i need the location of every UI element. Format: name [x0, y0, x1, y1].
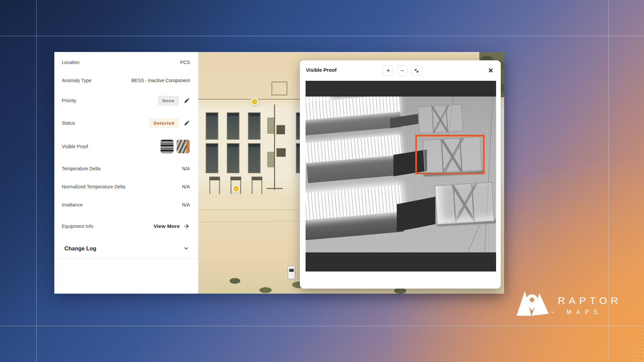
map-structure [227, 85, 244, 100]
map-equipment-box [267, 152, 274, 167]
bess-container [306, 97, 401, 136]
anomaly-bounding-box [415, 135, 485, 174]
anomaly-type-value: BESS - Inactive Component [131, 78, 190, 83]
pcs-block [227, 112, 239, 140]
zoom-out-button[interactable]: − [397, 65, 408, 76]
location-label: Location [62, 60, 79, 65]
priority-label: Priority [62, 98, 76, 103]
status-badge: Detected [149, 118, 179, 128]
temperature-delta-row: Temperature Delta N/A [62, 164, 190, 173]
location-value: PCS [180, 60, 190, 65]
background: Location PCS Anomaly Type BESS - Inactiv… [0, 0, 644, 362]
visible-proof-modal: Visible Proof + − [300, 60, 501, 289]
map-pole [274, 105, 275, 190]
anomaly-marker[interactable] [232, 185, 240, 193]
panel-divider [57, 258, 198, 258]
close-modal-button[interactable]: ✕ [487, 66, 495, 74]
view-more-button[interactable]: View More [154, 223, 190, 230]
edit-priority-button[interactable] [184, 98, 190, 104]
minus-icon: − [400, 67, 404, 74]
status-label: Status [62, 120, 75, 126]
pcs-block [206, 112, 218, 140]
map-structure [248, 85, 265, 100]
zoom-in-button[interactable]: + [383, 65, 393, 76]
temperature-delta-value: N/A [182, 166, 190, 171]
grid-line-vertical-left [36, 0, 37, 362]
irradiance-label: Irradiance [62, 202, 83, 207]
fit-view-button[interactable] [411, 65, 422, 76]
irradiance-row: Irradiance N/A [62, 200, 190, 209]
pcs-block [206, 143, 218, 173]
irradiance-value: N/A [182, 202, 190, 207]
visible-proof-label: Visible Proof [62, 144, 88, 149]
map-structure [205, 85, 222, 100]
status-row: Status Detected [62, 117, 190, 129]
dot-pattern-decoration [597, 325, 644, 362]
raptor-maps-logo-text: RAPTOR MAPS [558, 295, 622, 316]
priority-badge: None [158, 96, 179, 106]
edit-status-button[interactable] [184, 120, 190, 126]
close-icon: ✕ [488, 67, 493, 74]
change-log-label: Change Log [64, 245, 96, 252]
pcs-block-row [248, 112, 261, 173]
logo-raptor-text: RAPTOR [558, 295, 622, 306]
compress-icon [414, 68, 419, 73]
skeletal-frame-structure [435, 182, 495, 225]
chevron-down-icon[interactable] [182, 245, 190, 252]
pencil-icon [184, 120, 190, 126]
proof-photo [306, 97, 496, 252]
raptor-maps-logo: ™ RAPTOR MAPS [516, 290, 622, 316]
pencil-icon [184, 98, 190, 104]
visible-proof-row: Visible Proof [62, 139, 190, 154]
pcs-block [248, 143, 261, 173]
arrow-right-icon [183, 223, 190, 230]
thermal-proof-thumbnail[interactable] [160, 139, 174, 154]
proof-image-viewer[interactable] [306, 81, 496, 272]
rgb-proof-thumbnail[interactable] [176, 139, 190, 154]
map-small-structure [209, 177, 220, 194]
anomaly-details-panel: Location PCS Anomaly Type BESS - Inactiv… [54, 52, 198, 294]
skeletal-frame-structure [418, 104, 464, 134]
logo-maps-text: MAPS [567, 309, 622, 316]
equipment-info-row: Equipment Info View More [62, 221, 190, 232]
modal-title: Visible Proof [306, 67, 336, 73]
grid-line-horizontal-bottom [0, 326, 644, 326]
equipment-info-label: Equipment Info [62, 224, 93, 229]
view-more-label: View More [154, 223, 180, 229]
ground-joint-line [484, 97, 493, 252]
raptor-maps-logo-mark [516, 290, 549, 316]
map-structure-outline [271, 81, 287, 96]
bess-container [306, 185, 404, 241]
normalized-temperature-delta-row: Normalized Temperature Delta N/A [62, 182, 190, 191]
anomaly-marker[interactable] [251, 98, 259, 106]
pcs-block-row [206, 112, 218, 173]
change-log-header[interactable]: Change Log [62, 243, 190, 254]
zoom-controls: + − [383, 65, 422, 76]
anomaly-type-row: Anomaly Type BESS - Inactive Component [62, 76, 190, 85]
temperature-delta-label: Temperature Delta [62, 166, 100, 171]
pcs-block [227, 143, 239, 173]
bess-container [306, 135, 403, 184]
map-pole-crossbar [267, 188, 283, 189]
map-equipment-box [267, 118, 274, 134]
pcs-block [248, 112, 261, 140]
modal-header: Visible Proof + − [300, 60, 501, 80]
priority-row: Priority None [62, 95, 190, 106]
map-equipment-box [276, 125, 285, 134]
plus-icon: + [386, 67, 390, 74]
normalized-temperature-delta-label: Normalized Temperature Delta [62, 184, 125, 189]
map-small-structure [252, 177, 262, 194]
anomaly-type-label: Anomaly Type [62, 78, 91, 83]
map-equipment-box [276, 148, 286, 157]
container-connector [397, 197, 435, 232]
ground-joint-line [467, 225, 480, 252]
grid-line-horizontal-top [0, 36, 644, 36]
pcs-block-row [227, 112, 239, 173]
trademark-symbol: ™ [551, 311, 554, 314]
location-row: Location PCS [62, 58, 190, 67]
normalized-temperature-delta-value: N/A [182, 184, 190, 189]
